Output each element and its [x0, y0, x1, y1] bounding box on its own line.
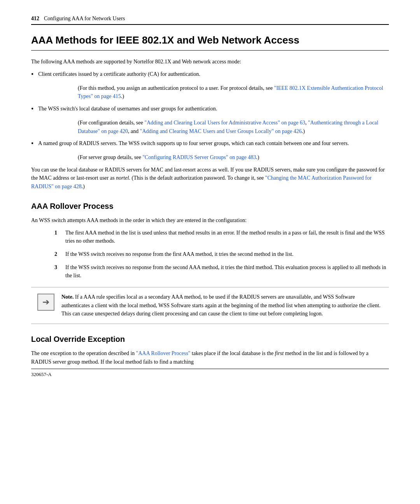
section2-title: Local Override Exception — [31, 335, 389, 344]
intro-paragraph: The following AAA methods are supported … — [31, 58, 389, 66]
main-title: AAA Methods for IEEE 802.1X and Web Netw… — [31, 34, 389, 51]
header-page-number: 412 — [31, 16, 39, 22]
bullet-note-1: (For this method, you assign an authenti… — [78, 84, 389, 101]
bullet-text: Client certificates issued by a certific… — [38, 70, 389, 79]
bullet-text: The WSS switch's local database of usern… — [38, 105, 389, 113]
ordered-num: 2 — [54, 250, 65, 259]
ordered-list: 1 The first AAA method in the list is us… — [54, 229, 389, 280]
link-radius-server-groups[interactable]: "Configuring RADIUS Server Groups" on pa… — [142, 154, 256, 160]
ordered-text: If the WSS switch receives no response f… — [65, 263, 389, 280]
footer-bar: 320657-A — [31, 369, 389, 378]
bullet-note-2: (For configuration details, see "Adding … — [78, 119, 389, 135]
ordered-text: The first AAA method in the list is used… — [65, 229, 389, 245]
list-item: 3 If the WSS switch receives no response… — [54, 263, 389, 280]
ordered-text: If the WSS switch receives no response f… — [65, 250, 389, 259]
list-item: • A named group of RADIUS servers. The W… — [31, 139, 389, 149]
list-item: 2 If the WSS switch receives no response… — [54, 250, 389, 259]
section1-title: AAA Rollover Process — [31, 202, 389, 211]
section2-paragraph: The one exception to the operation descr… — [31, 349, 389, 366]
link-adding-clearing-mac[interactable]: "Adding and Clearing MAC Users and User … — [140, 128, 302, 134]
page: 412 Configuring AAA for Network Users AA… — [0, 0, 420, 393]
list-item: • Client certificates issued by a certif… — [31, 70, 389, 80]
bullet-dot: • — [31, 69, 33, 80]
note-content: Note. If a AAA rule specifies local as a… — [61, 293, 383, 318]
link-aaa-rollover[interactable]: "AAA Rollover Process" — [136, 350, 191, 356]
bullet-list-2: • The WSS switch's local database of use… — [31, 105, 389, 115]
ordered-num: 3 — [54, 263, 65, 272]
note-box: ➔ Note. If a AAA rule specifies local as… — [31, 287, 389, 324]
bullet-list-3: • A named group of RADIUS servers. The W… — [31, 139, 389, 149]
footer-text: 320657-A — [31, 371, 52, 377]
link-adding-clearing[interactable]: "Adding and Clearing Local Users for Adm… — [144, 120, 305, 126]
ordered-num: 1 — [54, 229, 65, 237]
bullet-dot: • — [31, 104, 33, 115]
bullet-note-3: (For server group details, see "Configur… — [78, 153, 389, 162]
bullet-list: • Client certificates issued by a certif… — [31, 70, 389, 80]
arrow-icon: ➔ — [37, 294, 54, 311]
header-title: Configuring AAA for Network Users — [44, 16, 125, 22]
header-bar: 412 Configuring AAA for Network Users — [31, 16, 389, 25]
bullet-dot: • — [31, 138, 33, 149]
paragraph2: You can use the local database or RADIUS… — [31, 166, 389, 191]
bullet-text: A named group of RADIUS servers. The WSS… — [38, 139, 389, 148]
section1-intro: An WSS switch attempts AAA methods in th… — [31, 216, 389, 225]
list-item: 1 The first AAA method in the list is us… — [54, 229, 389, 245]
list-item: • The WSS switch's local database of use… — [31, 105, 389, 115]
